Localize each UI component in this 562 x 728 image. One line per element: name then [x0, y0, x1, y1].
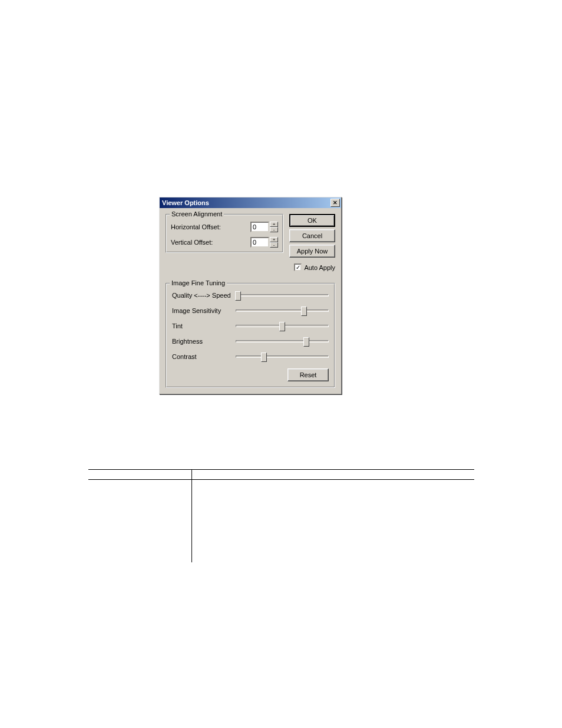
- horizontal-offset-down-button[interactable]: -: [270, 227, 278, 232]
- quality-speed-label: Quality <----> Speed: [172, 292, 236, 299]
- auto-apply-label: Auto Apply: [304, 264, 335, 271]
- title-bar: Viewer Options ✕: [160, 197, 341, 208]
- image-sensitivity-thumb[interactable]: [301, 307, 307, 316]
- doc-header-2: [191, 470, 474, 480]
- reset-row: Reset: [172, 368, 329, 381]
- contrast-slider[interactable]: [236, 355, 329, 358]
- apply-now-label: Apply Now: [297, 248, 328, 255]
- close-button[interactable]: ✕: [330, 199, 340, 207]
- vertical-offset-spinner: + -: [250, 237, 278, 248]
- doc-cell-2: [191, 480, 474, 562]
- image-sensitivity-label: Image Sensitivity: [172, 307, 236, 314]
- contrast-row: Contrast: [172, 353, 329, 360]
- image-sensitivity-slider[interactable]: [236, 309, 329, 312]
- tuning-section: Image Fine Tuning Quality <----> Speed I…: [160, 277, 341, 394]
- brightness-label: Brightness: [172, 338, 236, 345]
- horizontal-offset-spinner: + -: [250, 222, 278, 232]
- reset-button[interactable]: Reset: [287, 368, 329, 381]
- quality-speed-thumb[interactable]: [235, 291, 241, 301]
- auto-apply-row: ✓ Auto Apply: [289, 263, 335, 271]
- brightness-row: Brightness: [172, 338, 329, 345]
- tint-thumb[interactable]: [279, 322, 285, 331]
- dialog-body: Screen Alignment Horizontal Offset: + - …: [160, 208, 341, 277]
- quality-speed-row: Quality <----> Speed: [172, 292, 329, 299]
- quality-speed-slider[interactable]: [236, 294, 329, 297]
- contrast-label: Contrast: [172, 353, 236, 360]
- cancel-button[interactable]: Cancel: [289, 229, 335, 242]
- reset-button-label: Reset: [300, 371, 317, 378]
- vertical-offset-label: Vertical Offset:: [171, 239, 213, 246]
- check-icon: ✓: [296, 265, 300, 270]
- horizontal-offset-up-button[interactable]: +: [270, 222, 278, 227]
- cancel-button-label: Cancel: [302, 232, 322, 239]
- vertical-offset-row: Vertical Offset: + -: [171, 237, 278, 248]
- screen-alignment-legend: Screen Alignment: [170, 210, 224, 218]
- right-column: OK Cancel Apply Now ✓ Auto Apply: [289, 214, 335, 271]
- brightness-thumb[interactable]: [303, 337, 309, 347]
- close-icon: ✕: [333, 200, 338, 206]
- brightness-slider[interactable]: [236, 340, 329, 342]
- horizontal-offset-input[interactable]: [250, 222, 269, 232]
- image-fine-tuning-group: Image Fine Tuning Quality <----> Speed I…: [166, 283, 335, 388]
- apply-now-button[interactable]: Apply Now: [289, 245, 335, 258]
- dialog-title: Viewer Options: [162, 199, 209, 206]
- screen-alignment-group: Screen Alignment Horizontal Offset: + - …: [166, 214, 283, 253]
- documentation-table: [88, 469, 474, 562]
- doc-cell-1: [88, 480, 191, 562]
- image-sensitivity-row: Image Sensitivity: [172, 307, 329, 314]
- vertical-offset-input[interactable]: [250, 237, 269, 248]
- horizontal-offset-label: Horizontal Offset:: [171, 223, 221, 230]
- contrast-thumb[interactable]: [261, 353, 267, 362]
- viewer-options-dialog: Viewer Options ✕ Screen Alignment Horizo…: [159, 197, 342, 394]
- horizontal-offset-row: Horizontal Offset: + -: [171, 222, 278, 232]
- doc-header-1: [88, 470, 191, 480]
- left-column: Screen Alignment Horizontal Offset: + - …: [166, 214, 283, 271]
- table-row: [88, 480, 474, 562]
- image-fine-tuning-legend: Image Fine Tuning: [170, 279, 227, 286]
- vertical-offset-down-button[interactable]: -: [270, 242, 278, 248]
- tint-row: Tint: [172, 322, 329, 330]
- auto-apply-checkbox[interactable]: ✓: [294, 263, 302, 271]
- ok-button-label: OK: [308, 217, 317, 224]
- ok-button[interactable]: OK: [289, 214, 335, 227]
- tint-slider[interactable]: [236, 325, 329, 327]
- vertical-offset-up-button[interactable]: +: [270, 237, 278, 242]
- tint-label: Tint: [172, 322, 236, 330]
